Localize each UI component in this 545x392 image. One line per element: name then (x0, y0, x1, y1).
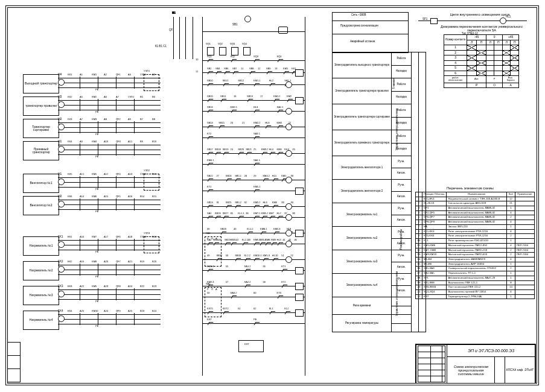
left-label-5: Вентилятор №2 (23, 196, 59, 215)
ctrl-7-9: KM4 (277, 148, 282, 151)
ctrl-1-8: 13 (275, 68, 277, 70)
ref-9-4: QF9 (116, 310, 121, 312)
ctrl-9-1: 27 (216, 175, 218, 177)
ctrl-7-0: SB17 (207, 148, 213, 151)
ctrl-2-1: SB11 (223, 80, 229, 82)
ref-4-4: QF4 (116, 173, 121, 175)
ref-0-3: A2 (104, 74, 107, 76)
ref-4-0: KK5 (68, 173, 72, 175)
ref-0-5: A4 (128, 74, 131, 76)
ref-1-7: B6 (152, 96, 155, 98)
ctrl-5-6: KM3 (277, 122, 282, 124)
ctrl-1-5: SB8 (249, 68, 254, 70)
ref-9-7: B24 (152, 310, 156, 312)
ctrl-5-2: 20 (231, 122, 233, 124)
ctrl-12-1: SB26 (215, 212, 221, 215)
ref-5-6: B14 (140, 195, 144, 198)
ref-7-5: A21 (128, 261, 132, 263)
sb1-label: SB1 (232, 24, 238, 27)
side-cap-top: Главная (393, 78, 396, 89)
ctrl-5-5: HL3 (265, 122, 269, 124)
ctrl-13-0: 39 (207, 228, 209, 230)
ctrl-2-0: SB10 (207, 80, 213, 82)
ref-7-7: B20 (152, 261, 156, 263)
left-label-8: Нагреватель №3 (23, 286, 59, 305)
ref-6-0: EK1 (68, 236, 72, 238)
ctrl-1-2: SB6 (224, 68, 229, 70)
ctrl-12-2: SB27 (223, 212, 229, 215)
ref-9-6: B23 (140, 310, 144, 312)
ref-7-2: KM8 (92, 261, 97, 263)
ref-7-1: A19 (80, 261, 84, 263)
ref-9-2: KM10 (92, 310, 98, 312)
ref-8-4: QF8 (116, 285, 121, 288)
ctrl-12-9: HL7 (277, 212, 281, 215)
ctrl-7-7: KM3.2 (261, 148, 269, 151)
ctrl-1-1: SB4 (215, 68, 220, 70)
title-block: ЭП и ЭТ.ЛСЭ.00.000.Э3 Схема электрическа… (415, 344, 536, 384)
ctrl-14-12: HL9 (277, 239, 281, 241)
ctrl-1-3: SB7 (232, 68, 237, 70)
ctrl-3-3: SB13 (247, 95, 253, 98)
ctrl-14-7: 43 (247, 239, 250, 241)
sa-diagram-table: Номер контакта -45 0 +45 ЛП ЛП ЛП 1 2 3 … (444, 34, 519, 88)
ctrl-3-2: 16 (234, 95, 236, 98)
ctrl-13-1: SB28 (220, 228, 226, 230)
ctrl-13-2: 40 (234, 228, 236, 230)
ref-8-3: A23 (104, 285, 108, 288)
ref-1-1: A5 (80, 96, 83, 98)
ctrl-3-1: SB11 (220, 95, 226, 98)
ctrl-3-5: KM1.2 (273, 95, 281, 98)
ctrl-14-3: SB29 (225, 239, 231, 241)
ctrl-15-3: SB33 (235, 254, 241, 257)
ctrl-7-4: SB20 (238, 148, 244, 151)
ref-4-1: A11 (80, 173, 84, 175)
ctrl-0-3: SQ4 (277, 55, 282, 58)
stop-note: Аварийный останов (350, 40, 375, 43)
ctrl-9-0: SB22 (207, 175, 213, 177)
ctrl-11-5: KM5.2 (253, 201, 261, 204)
ctrl-9-3: SB5.1 (235, 175, 241, 177)
ctrl-1-6: 12 (258, 68, 260, 70)
ctrl-1-7: SB9 (266, 68, 271, 70)
function-table: Электродвигатель выходного транспортераР… (332, 52, 426, 332)
ctrl-5-0: SB14 (207, 122, 213, 124)
ctrl-16-4: KT1 (281, 265, 285, 268)
ref-3-2: KM4 (92, 141, 97, 143)
ctrl-12-4: KL1.1 (238, 212, 244, 215)
ref-9-0: EK4 (68, 310, 72, 312)
ref-8-6: B22 (140, 285, 144, 288)
ref-5-3: A15 (104, 195, 108, 198)
ref-0-2: KM1 (92, 74, 97, 76)
ref-7-6: B19 (140, 261, 144, 263)
ctrl-18-3: KT3 (277, 292, 281, 294)
ctrl-2-2: SB12 (238, 80, 244, 82)
ctrl-5-4: KM2.2 (253, 122, 261, 124)
ref-6-1: A16 (80, 236, 84, 238)
ref-9-1: A25 (80, 310, 84, 312)
sa-table-caption: Тип УПЕ2-12 (462, 33, 478, 36)
ctrl-11-3: SB5.2 (235, 201, 241, 204)
left-label-6: Нагреватель №1 (23, 236, 59, 256)
ref-6-2: KM7 (92, 236, 97, 238)
ctrl-19-4: KL1 (269, 308, 273, 310)
ref-6-5: A18 (128, 236, 132, 238)
ctrl-10-0: KT1 (207, 186, 211, 188)
ctrl-2-4: HL2 (269, 80, 273, 82)
ctrl-17-3: 58 (263, 281, 265, 283)
ctrl-1-4: 11 (241, 68, 243, 70)
ref-1-2: KM2 (92, 96, 97, 98)
ctrl-7-8: HL4 (269, 148, 273, 151)
ctrl-12-8: KM7 (269, 212, 274, 215)
parts-table: Позиция Обознач.НаименованиеКолПримечани… (415, 192, 535, 299)
ctrl-4-0: SB16 (207, 106, 213, 109)
ref-2-3: A8 (104, 118, 107, 121)
ctrl-9-7: HL5 (272, 175, 276, 177)
side-cap-mid2: Режимы работы (400, 229, 403, 250)
ctrl-9-5: 29 (253, 175, 256, 177)
ref-2-6: B7 (140, 118, 143, 121)
ref-5-2: KM6 (92, 195, 97, 198)
ref-3-7: B10 (152, 141, 156, 143)
ctrl-16-1: 55 (226, 265, 228, 268)
ctrl-15-2: 50 (226, 254, 228, 257)
